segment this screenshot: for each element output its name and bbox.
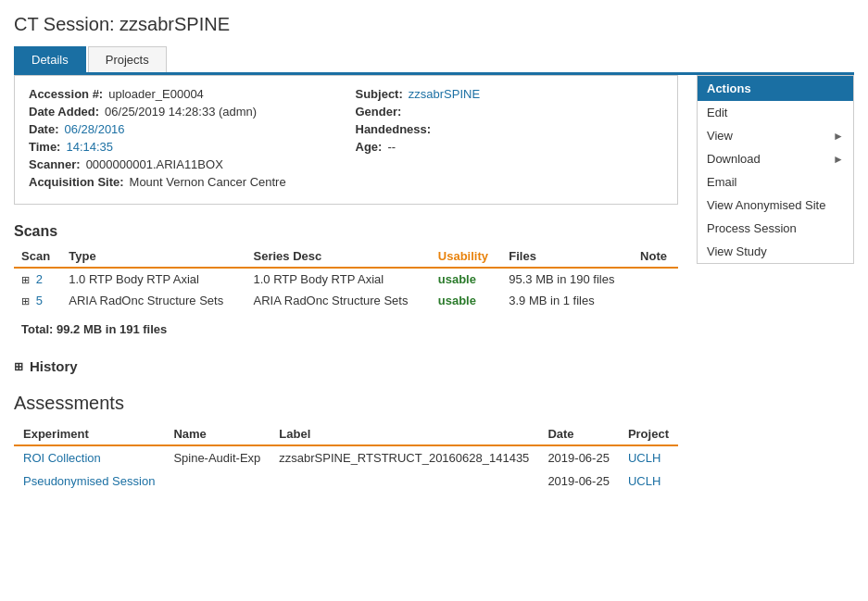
accession-value: uploader_E00004 bbox=[108, 87, 204, 101]
details-left-col: Accession #: uploader_E00004 Date Added:… bbox=[29, 87, 337, 193]
time-value: 14:14:35 bbox=[66, 140, 113, 154]
action-label: View Study bbox=[707, 244, 767, 258]
tab-projects[interactable]: Projects bbox=[88, 46, 167, 72]
usability-cell: usable bbox=[431, 290, 501, 311]
handedness-row: Handedness: bbox=[356, 122, 664, 136]
date-label: Date: bbox=[29, 122, 59, 136]
table-row: ⊞ 5 ARIA RadOnc Structure Sets ARIA RadO… bbox=[14, 290, 678, 311]
project-cell: UCLH bbox=[619, 470, 678, 493]
scan-link[interactable]: 2 bbox=[36, 272, 43, 286]
label-cell: zzsabrSPINE_RTSTRUCT_20160628_141435 bbox=[270, 445, 538, 470]
handedness-label: Handedness: bbox=[356, 122, 432, 136]
date-added-value: 06/25/2019 14:28:33 (admn) bbox=[105, 105, 257, 119]
table-row: Pseudonymised Session 2019-06-25 UCLH bbox=[14, 470, 678, 493]
arrow-icon: ► bbox=[833, 153, 844, 166]
experiment-link[interactable]: ROI Collection bbox=[23, 451, 101, 465]
action-label: Edit bbox=[707, 106, 727, 119]
date-added-label: Date Added: bbox=[29, 105, 99, 119]
action-label: Process Session bbox=[707, 221, 797, 235]
project-link[interactable]: UCLH bbox=[628, 451, 660, 465]
age-row: Age: -- bbox=[356, 140, 664, 154]
subject-row: Subject: zzsabrSPINE bbox=[356, 87, 664, 101]
project-cell: UCLH bbox=[619, 445, 678, 470]
scans-total: Total: 99.2 MB in 191 files bbox=[14, 319, 678, 340]
files-cell: 95.3 MB in 190 files bbox=[501, 268, 633, 290]
col-scan: Scan bbox=[14, 245, 61, 268]
history-title: History bbox=[30, 358, 78, 374]
history-toggle[interactable]: ⊞ History bbox=[14, 358, 678, 374]
col-experiment: Experiment bbox=[14, 423, 164, 445]
col-usability: Usability bbox=[431, 245, 501, 268]
scans-title: Scans bbox=[14, 223, 678, 240]
scan-link[interactable]: 5 bbox=[36, 294, 43, 307]
col-files: Files bbox=[501, 245, 633, 268]
gender-row: Gender: bbox=[356, 105, 664, 119]
scans-header-row: Scan Type Series Desc Usability Files No… bbox=[14, 245, 678, 268]
action-item-edit[interactable]: Edit bbox=[698, 101, 853, 124]
action-label: View Anonymised Site bbox=[707, 198, 825, 212]
scan-cell: ⊞ 2 bbox=[14, 268, 61, 290]
action-item-view-study[interactable]: View Study bbox=[698, 240, 853, 263]
date-added-row: Date Added: 06/25/2019 14:28:33 (admn) bbox=[29, 105, 337, 119]
tab-details[interactable]: Details bbox=[14, 46, 86, 72]
actions-list: EditView►Download►EmailView Anonymised S… bbox=[698, 101, 853, 263]
action-label: View bbox=[707, 129, 733, 143]
name-cell bbox=[164, 470, 270, 493]
experiment-link[interactable]: Pseudonymised Session bbox=[23, 474, 155, 488]
col-series-desc: Series Desc bbox=[246, 245, 431, 268]
note-cell bbox=[633, 268, 678, 290]
scanner-label: Scanner: bbox=[29, 157, 81, 171]
age-value: -- bbox=[387, 140, 396, 154]
action-item-email[interactable]: Email bbox=[698, 170, 853, 194]
details-grid: Accession #: uploader_E00004 Date Added:… bbox=[29, 87, 663, 193]
actions-panel: Actions EditView►Download►EmailView Anon… bbox=[697, 75, 854, 264]
tabs-container: Details Projects bbox=[14, 46, 854, 75]
col-type: Type bbox=[61, 245, 245, 268]
accession-row: Accession #: uploader_E00004 bbox=[29, 87, 337, 101]
details-right-col: Subject: zzsabrSPINE Gender: Handedness:… bbox=[356, 87, 664, 193]
scan-expand-icon: ⊞ bbox=[21, 295, 30, 307]
total-value: 99.2 MB in 191 files bbox=[57, 322, 167, 336]
action-item-view[interactable]: View► bbox=[698, 124, 853, 147]
arrow-icon: ► bbox=[833, 130, 844, 143]
usability-cell: usable bbox=[431, 268, 501, 290]
subject-label: Subject: bbox=[356, 87, 403, 101]
acquisition-site-value: Mount Vernon Cancer Centre bbox=[130, 175, 286, 189]
scan-expand-icon: ⊞ bbox=[21, 274, 30, 285]
col-name: Name bbox=[164, 423, 270, 445]
date-row: Date: 06/28/2016 bbox=[29, 122, 337, 136]
action-item-process-session[interactable]: Process Session bbox=[698, 217, 853, 240]
series-desc-cell: ARIA RadOnc Structure Sets bbox=[246, 290, 431, 311]
scans-section: Scans Scan Type Series Desc Usability Fi… bbox=[14, 223, 678, 340]
details-panel: Accession #: uploader_E00004 Date Added:… bbox=[14, 75, 678, 205]
time-label: Time: bbox=[29, 140, 60, 154]
col-date: Date bbox=[538, 423, 619, 445]
time-row: Time: 14:14:35 bbox=[29, 140, 337, 154]
col-note: Note bbox=[633, 245, 678, 268]
assessments-table: Experiment Name Label Date Project ROI C… bbox=[14, 423, 678, 493]
action-item-download[interactable]: Download► bbox=[698, 147, 853, 170]
col-label: Label bbox=[270, 423, 538, 445]
table-row: ROI Collection Spine-Audit-Exp zzsabrSPI… bbox=[14, 445, 678, 470]
project-link[interactable]: UCLH bbox=[628, 474, 660, 488]
gender-label: Gender: bbox=[356, 105, 402, 119]
action-item-view-anonymised-site[interactable]: View Anonymised Site bbox=[698, 194, 853, 217]
date-cell: 2019-06-25 bbox=[538, 470, 619, 493]
type-cell: 1.0 RTP Body RTP Axial bbox=[61, 268, 245, 290]
page-title: CT Session: zzsabrSPINE bbox=[14, 14, 854, 35]
accession-label: Accession #: bbox=[29, 87, 103, 101]
actions-header: Actions bbox=[698, 76, 853, 101]
tabs-bar: Details Projects bbox=[14, 46, 854, 75]
total-label: Total: bbox=[21, 322, 53, 336]
name-cell: Spine-Audit-Exp bbox=[164, 445, 270, 470]
assessments-title: Assessments bbox=[14, 393, 678, 414]
scan-cell: ⊞ 5 bbox=[14, 290, 61, 311]
note-cell bbox=[633, 290, 678, 311]
label-cell bbox=[270, 470, 538, 493]
subject-link[interactable]: zzsabrSPINE bbox=[409, 87, 480, 101]
age-label: Age: bbox=[356, 140, 383, 154]
action-label: Email bbox=[707, 175, 737, 189]
acquisition-site-label: Acquisition Site: bbox=[29, 175, 124, 189]
experiment-cell: ROI Collection bbox=[14, 445, 164, 470]
history-expand-icon: ⊞ bbox=[14, 360, 23, 373]
